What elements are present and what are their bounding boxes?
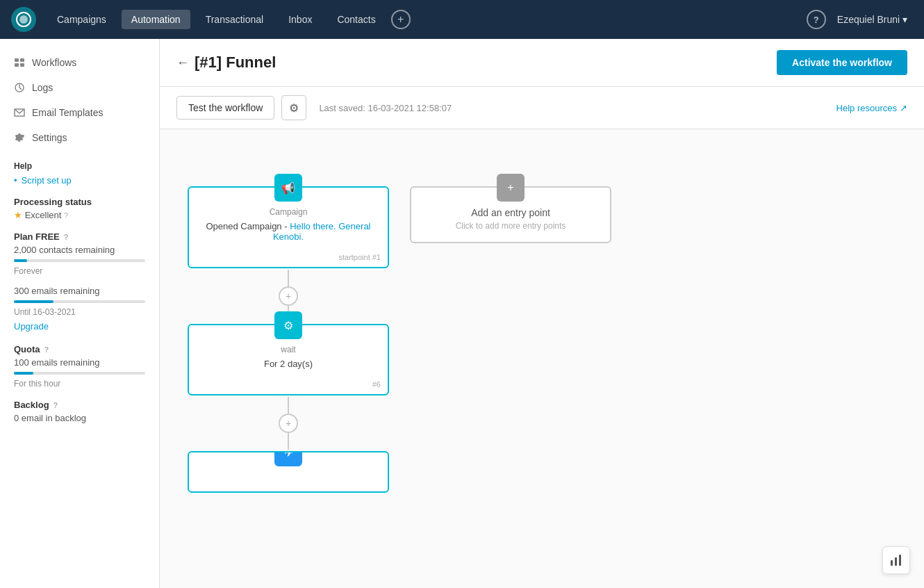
emails-progress-bar (14, 300, 145, 303)
send-node[interactable]: ✈ (188, 451, 389, 493)
quota-label: Quota ? (0, 334, 159, 356)
logo (11, 7, 36, 32)
campaign-node-id: startpoint #1 (189, 250, 388, 267)
nav-contacts[interactable]: Contacts (327, 10, 385, 29)
workflow-header: ← [#1] Funnel Activate the workflow (160, 39, 924, 87)
logs-icon (14, 82, 25, 93)
back-button[interactable]: ← (176, 56, 189, 70)
activate-workflow-button[interactable]: Activate the workflow (777, 50, 907, 75)
sidebar-item-email-templates[interactable]: Email Templates (0, 100, 159, 125)
svg-rect-6 (895, 557, 897, 566)
campaign-node-detail: Opened Campaign - Hello there. General K… (200, 221, 377, 242)
svg-rect-3 (20, 63, 24, 67)
logs-label: Logs (32, 82, 53, 93)
send-node-icon: ✈ (274, 451, 302, 466)
entry-points-column: + Add an entry point Click to add more e… (410, 186, 611, 243)
main-content: ← [#1] Funnel Activate the workflow Test… (160, 39, 924, 588)
quota-help-icon[interactable]: ? (44, 345, 49, 354)
nav-inbox[interactable]: Inbox (279, 10, 322, 29)
contacts-remaining: 2,000 contacts remaining (0, 243, 159, 256)
nav-user-menu[interactable]: Ezequiel Bruni ▾ (832, 11, 913, 28)
add-entry-node[interactable]: + Add an entry point Click to add more e… (410, 186, 611, 243)
contacts-progress-bar (14, 259, 145, 262)
emails-remaining: 300 emails remaining (0, 284, 159, 297)
workflow-toolbar: Test the workflow ⚙ Last saved: 16-03-20… (160, 87, 924, 129)
workflow-title: [#1] Funnel (195, 54, 777, 72)
wait-node[interactable]: ⚙ wait For 2 day(s) #6 (188, 324, 389, 395)
add-entry-subtitle: Click to add more entry points (422, 221, 599, 231)
settings-icon (14, 132, 25, 143)
wait-node-detail: For 2 day(s) (200, 359, 377, 369)
sidebar-item-workflows[interactable]: Workflows (0, 50, 159, 75)
add-entry-title: Add an entry point (422, 207, 599, 218)
processing-status-value: ★ Excellent ? (0, 209, 159, 222)
email-templates-label: Email Templates (32, 107, 103, 118)
plan-label: Plan FREE ? (0, 222, 159, 243)
email-icon (14, 107, 25, 118)
wait-node-icon: ⚙ (274, 311, 302, 339)
emails-progress-fill (14, 300, 53, 303)
quota-emails-remaining: 100 emails remaining (0, 356, 159, 369)
test-workflow-button[interactable]: Test the workflow (176, 96, 274, 120)
quota-progress-bar (14, 372, 145, 375)
plan-help-icon[interactable]: ? (64, 233, 69, 241)
connector-line-3 (288, 397, 289, 414)
workflows-label: Workflows (32, 57, 76, 68)
campaign-node-type: Campaign (200, 207, 377, 217)
nav-campaigns[interactable]: Campaigns (47, 10, 116, 29)
workflow-settings-button[interactable]: ⚙ (281, 95, 306, 120)
svg-rect-1 (20, 58, 24, 62)
campaign-node-icon: 📢 (274, 174, 302, 202)
nav-help-button[interactable]: ? (807, 10, 826, 29)
add-step-button-1[interactable]: + (279, 286, 298, 306)
chart-icon (889, 553, 903, 567)
sidebar: Workflows Logs Email Templates Settings … (0, 39, 160, 588)
backlog-help-icon[interactable]: ? (53, 401, 58, 409)
script-setup-link[interactable]: Script set up (0, 174, 159, 187)
sidebar-item-logs[interactable]: Logs (0, 75, 159, 100)
main-flow-column: 📢 Campaign Opened Campaign - Hello there… (188, 171, 389, 493)
campaign-node-link[interactable]: Hello there. General Kenobi. (273, 221, 371, 242)
connector-line-4 (288, 433, 289, 450)
backlog-label: Backlog ? (0, 390, 159, 411)
upgrade-link[interactable]: Upgrade (0, 318, 159, 334)
svg-rect-2 (15, 63, 19, 67)
quota-note: For this hour (0, 377, 159, 390)
help-resources-link[interactable]: Help resources ↗ (836, 103, 907, 113)
emails-note: Until 16-03-2021 (0, 306, 159, 318)
nav-add-button[interactable]: + (391, 10, 411, 29)
connector-2: + (279, 397, 298, 450)
svg-rect-0 (15, 58, 19, 62)
nav-transactional[interactable]: Transactional (196, 10, 274, 29)
svg-rect-7 (899, 555, 901, 566)
add-step-button-2[interactable]: + (279, 414, 298, 433)
help-section-label: Help (0, 150, 159, 174)
settings-label: Settings (32, 132, 67, 143)
processing-help-icon[interactable]: ? (64, 211, 68, 220)
workflow-canvas: 📢 Campaign Opened Campaign - Hello there… (160, 129, 924, 588)
workflow-nodes-container: 📢 Campaign Opened Campaign - Hello there… (188, 157, 896, 493)
sidebar-item-settings[interactable]: Settings (0, 125, 159, 150)
campaign-node[interactable]: 📢 Campaign Opened Campaign - Hello there… (188, 186, 389, 268)
processing-status-label: Processing status (0, 187, 159, 209)
connector-line-1 (288, 270, 289, 286)
workflows-icon (14, 57, 25, 68)
nav-automation[interactable]: Automation (122, 10, 190, 29)
svg-rect-5 (891, 560, 893, 566)
quota-progress-fill (14, 372, 33, 375)
top-navigation: Campaigns Automation Transactional Inbox… (0, 0, 924, 39)
wait-node-id: #6 (189, 377, 388, 394)
contacts-note: Forever (0, 265, 159, 277)
add-entry-icon[interactable]: + (497, 174, 525, 202)
wait-node-type: wait (200, 345, 377, 354)
analytics-button[interactable] (882, 546, 910, 574)
last-saved-text: Last saved: 16-03-2021 12:58:07 (319, 103, 452, 113)
backlog-value: 0 email in backlog (0, 411, 159, 425)
contacts-progress-fill (14, 259, 27, 262)
